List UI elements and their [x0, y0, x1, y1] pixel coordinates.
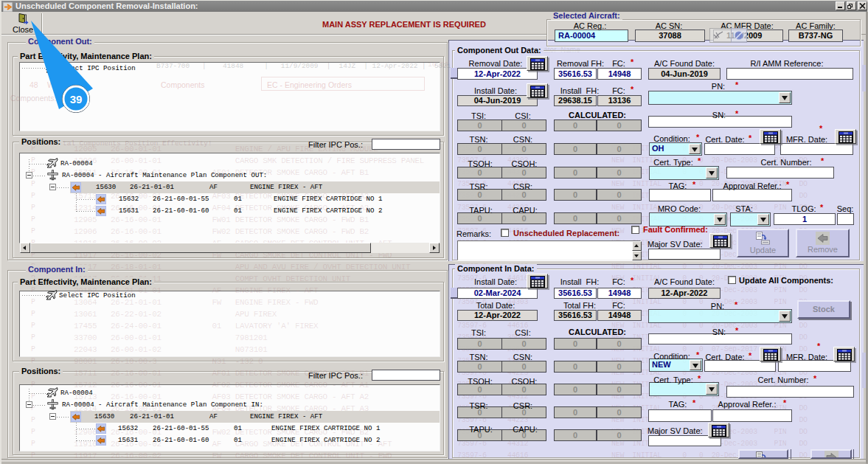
svg-text:39: 39 [70, 93, 83, 105]
